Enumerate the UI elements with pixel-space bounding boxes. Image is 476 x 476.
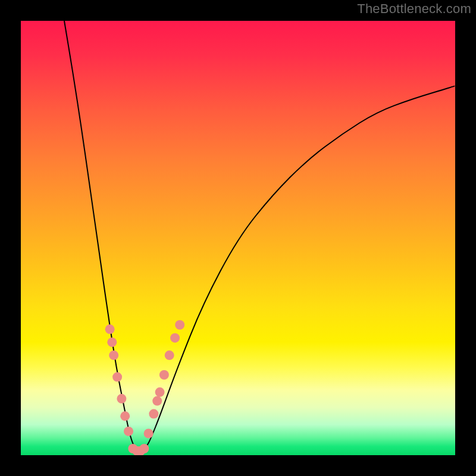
- marker-dot: [144, 429, 154, 439]
- marker-dot: [175, 320, 184, 330]
- bottleneck-curve-path: [64, 21, 455, 451]
- chart-plot-area: [21, 21, 455, 455]
- marker-dot: [155, 387, 165, 397]
- marker-dot: [152, 396, 162, 406]
- marker-dot: [107, 337, 117, 347]
- marker-dot: [149, 409, 158, 419]
- marker-dot: [165, 350, 174, 360]
- marker-dot: [112, 372, 122, 382]
- marker-dot: [105, 324, 115, 334]
- marker-dot: [117, 394, 126, 403]
- marker-dot: [120, 411, 130, 421]
- marker-dot: [170, 333, 180, 343]
- marker-layer: [105, 320, 185, 455]
- marker-dot: [124, 427, 133, 436]
- chart-svg: [21, 21, 455, 455]
- marker-dot: [159, 370, 169, 380]
- marker-dot: [139, 444, 149, 453]
- marker-dot: [109, 350, 118, 360]
- watermark-text: TheBottleneck.com: [357, 1, 471, 17]
